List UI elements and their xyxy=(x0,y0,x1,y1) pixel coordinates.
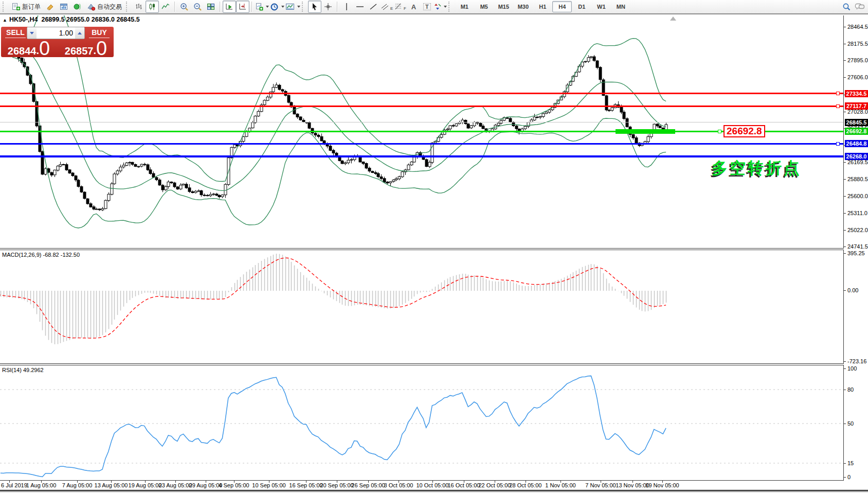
new-order-button[interactable]: 新订单 xyxy=(9,1,44,13)
candle xyxy=(449,126,451,129)
rsi-tick xyxy=(844,390,846,390)
timeframe-H1[interactable]: H1 xyxy=(533,1,552,12)
candle xyxy=(425,160,428,167)
price-callout-label[interactable]: 26692.8 xyxy=(724,125,765,137)
zoom-in-button[interactable] xyxy=(177,1,191,13)
sell-price[interactable]: 26844.0 xyxy=(1,40,57,57)
toolbar-separator xyxy=(174,2,175,12)
rsi-tick xyxy=(844,368,846,369)
line-chart-button[interactable] xyxy=(159,1,172,13)
date-label: 20 Sep 05:00 xyxy=(320,482,353,488)
candle xyxy=(50,172,53,175)
horizontal-line-26845.5[interactable] xyxy=(0,122,844,122)
candle xyxy=(137,166,140,167)
candlestick-chart-button[interactable] xyxy=(146,1,159,13)
crosshair-button[interactable] xyxy=(321,1,335,13)
periods-dropdown[interactable] xyxy=(269,1,285,13)
vertical-line-tool[interactable] xyxy=(340,1,353,13)
timeframe-M1[interactable]: M1 xyxy=(455,1,474,12)
chart-shift-button[interactable] xyxy=(236,1,249,13)
arrows-dropdown[interactable] xyxy=(433,1,447,13)
tile-windows-button[interactable] xyxy=(204,1,218,13)
text-label-tool[interactable]: T xyxy=(420,1,433,13)
candle xyxy=(296,114,299,117)
candle xyxy=(173,183,176,187)
zoom-out-icon xyxy=(193,3,202,11)
price-badge: 27334.5 xyxy=(845,90,868,97)
chat-button[interactable] xyxy=(853,1,866,13)
timeframe-M15[interactable]: M15 xyxy=(494,1,513,12)
volume-input[interactable] xyxy=(37,27,75,39)
timeframe-D1[interactable]: D1 xyxy=(572,1,591,12)
autotrading-button[interactable]: 自动交易 xyxy=(84,1,125,13)
line-handle[interactable] xyxy=(836,104,840,108)
equidistant-channel-tool[interactable]: E xyxy=(380,1,393,13)
price-tick-label: 27895.0 xyxy=(847,57,868,63)
chart-window-button[interactable] xyxy=(57,1,70,13)
candle xyxy=(57,166,59,170)
horizontal-line-27117.7[interactable] xyxy=(0,105,844,107)
fibonacci-tool[interactable]: F xyxy=(393,1,407,13)
main-chart-pane[interactable] xyxy=(0,15,844,249)
line-handle[interactable] xyxy=(836,142,840,146)
timeframe-M5[interactable]: M5 xyxy=(474,1,494,12)
cursor-button[interactable] xyxy=(308,1,321,13)
timeframe-W1[interactable]: W1 xyxy=(591,1,611,12)
timeframe-M30[interactable]: M30 xyxy=(513,1,533,12)
zoom-out-button[interactable] xyxy=(191,1,204,13)
date-label: 16 Sep 05:00 xyxy=(289,482,322,488)
bollinger-band xyxy=(12,46,666,191)
candle xyxy=(659,126,661,128)
horizontal-line-26692.8[interactable] xyxy=(0,131,844,132)
horizontal-line-26484.8[interactable] xyxy=(0,143,844,145)
thick-trend-segment[interactable] xyxy=(616,129,675,134)
candle xyxy=(152,173,155,177)
price-axis[interactable]: 28464.528175.527895.027606.027317.027028… xyxy=(844,15,868,481)
text-tool[interactable]: A xyxy=(407,1,420,13)
candle xyxy=(398,177,401,179)
macd-tick-label: 395.25 xyxy=(847,250,865,256)
candle xyxy=(263,100,266,105)
candle xyxy=(365,164,368,168)
buy-price[interactable]: 26857.0 xyxy=(58,40,114,57)
candle xyxy=(224,184,227,195)
line-handle[interactable] xyxy=(718,130,721,133)
toolbar-separator xyxy=(251,2,252,12)
sell-button[interactable]: SELL xyxy=(1,27,30,39)
search-button[interactable] xyxy=(840,1,853,13)
candle xyxy=(104,200,107,208)
volume-decrease-button[interactable] xyxy=(27,27,37,39)
signals-button[interactable] xyxy=(70,1,84,13)
date-label: 10 Sep 05:00 xyxy=(252,482,285,488)
new-chart-dropdown[interactable] xyxy=(255,1,269,13)
auto-scroll-button[interactable] xyxy=(223,1,236,13)
price-badge: 26692.8 xyxy=(845,128,868,135)
bar-chart-button[interactable] xyxy=(132,1,146,13)
timeframe-group: M1M5M15M30H1H4D1W1MN xyxy=(455,1,630,12)
macd-pane[interactable]: MACD(12,26,9) -68.82 -132.50 xyxy=(0,250,844,364)
timeframe-MN[interactable]: MN xyxy=(611,1,630,12)
date-label: 3 Oct 05:00 xyxy=(384,482,413,488)
templates-dropdown[interactable] xyxy=(285,1,301,13)
new-order-icon xyxy=(12,3,21,11)
horizontal-line-27334.5[interactable] xyxy=(0,93,844,94)
trendline-tool[interactable] xyxy=(367,1,380,13)
candle xyxy=(620,107,623,112)
candle xyxy=(251,122,254,128)
horizontal-line-tool[interactable] xyxy=(353,1,367,13)
cursor-icon xyxy=(311,3,319,11)
eraser-button[interactable] xyxy=(44,1,57,13)
candle xyxy=(140,164,143,166)
rsi-pane[interactable]: RSI(14) 49.2962 xyxy=(0,365,844,481)
date-axis[interactable]: 6 Jul 20191 Aug 05:007 Aug 05:0013 Aug 0… xyxy=(0,481,868,489)
new-order-label: 新订单 xyxy=(22,3,41,11)
candle xyxy=(170,182,173,183)
text-annotation[interactable]: 多空转折点 xyxy=(712,157,802,179)
candle xyxy=(626,119,628,127)
chart-window-icon xyxy=(60,3,68,11)
volume-increase-button[interactable] xyxy=(75,27,84,39)
candle xyxy=(143,164,146,165)
timeframe-H4[interactable]: H4 xyxy=(552,1,572,12)
line-handle[interactable] xyxy=(836,92,840,95)
candle xyxy=(623,112,625,119)
